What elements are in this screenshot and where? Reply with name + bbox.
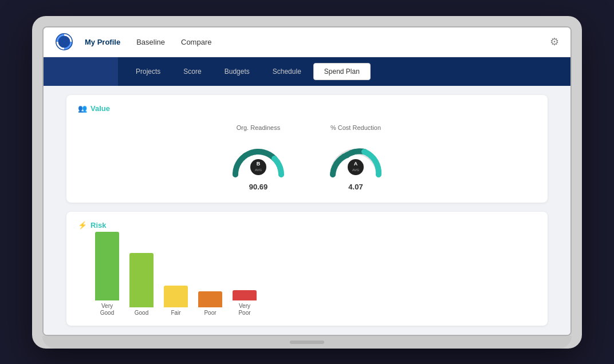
svg-text:AVG: AVG	[255, 168, 262, 172]
bar-0	[95, 232, 119, 300]
gauges-row: Org. Readiness B AVG	[78, 120, 536, 193]
settings-icon[interactable]: ⚙	[550, 35, 559, 48]
bar-3	[198, 291, 222, 307]
risk-card: ⚡ Risk Very GoodGoodFairPoorVery Poor	[66, 212, 548, 326]
bar-2	[164, 286, 188, 307]
nav-my-profile[interactable]: My Profile	[85, 38, 120, 46]
svg-text:B: B	[257, 161, 261, 167]
bar-label-1: Good	[135, 310, 148, 316]
bar-group-3: Poor	[198, 291, 222, 316]
bar-1	[129, 253, 154, 307]
value-card: 👥 Value Org. Readiness	[66, 95, 548, 203]
top-nav: My Profile Baseline Compare ⚙	[44, 27, 570, 57]
value-card-title: 👥 Value	[78, 104, 536, 113]
nav-baseline[interactable]: Baseline	[136, 38, 165, 46]
bar-group-4: Very Poor	[233, 290, 257, 316]
gauge-cost-label: % Cost Reduction	[330, 124, 381, 131]
bar-chart: Very GoodGoodFairPoorVery Poor	[78, 236, 536, 316]
gauge-cost-value: 4.07	[348, 183, 363, 191]
tab-score[interactable]: Score	[172, 63, 212, 80]
tab-projects[interactable]: Projects	[125, 63, 171, 80]
gauge-org-value: 90.69	[249, 183, 268, 191]
gauge-org-label: Org. Readiness	[237, 124, 280, 131]
bar-4	[233, 290, 257, 300]
nav-links: My Profile Baseline Compare	[85, 38, 550, 46]
bar-label-0: Very Good	[100, 303, 114, 316]
value-icon: 👥	[78, 104, 87, 113]
tab-schedule[interactable]: Schedule	[262, 63, 312, 80]
bar-label-4: Very Poor	[238, 303, 250, 316]
risk-card-title: ⚡ Risk	[78, 221, 536, 230]
bar-label-3: Poor	[204, 310, 216, 316]
bar-group-1: Good	[129, 253, 154, 316]
bar-group-0: Very Good	[95, 232, 119, 316]
bar-group-2: Fair	[164, 286, 188, 316]
laptop-notch	[290, 341, 324, 344]
risk-icon: ⚡	[78, 221, 87, 230]
logo-icon	[55, 33, 73, 51]
tab-spend-plan[interactable]: Spend Plan	[313, 63, 371, 80]
svg-text:AVG: AVG	[352, 168, 360, 172]
nav-compare[interactable]: Compare	[181, 38, 211, 46]
tab-group: Projects Score Budgets Schedule Spend Pl…	[118, 63, 371, 80]
main-content: 👥 Value Org. Readiness	[44, 86, 570, 335]
tab-budgets[interactable]: Budgets	[214, 63, 261, 80]
gauge-org-svg: B AVG	[227, 136, 290, 181]
svg-text:A: A	[354, 161, 358, 167]
gauge-cost-svg: A AVG	[324, 136, 387, 181]
gauge-org-readiness: Org. Readiness B AVG	[227, 124, 290, 191]
gauge-cost-reduction: % Cost Reduction A AVG	[324, 124, 387, 191]
bar-label-2: Fair	[171, 310, 180, 316]
